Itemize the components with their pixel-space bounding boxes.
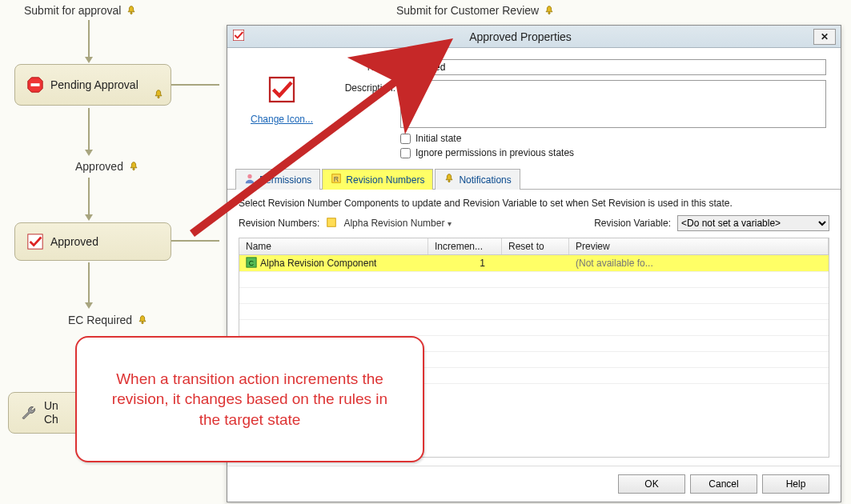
ignore-permissions-row[interactable]: Ignore permissions in previous states	[400, 147, 826, 158]
svg-rect-6	[28, 234, 42, 249]
stop-icon	[26, 76, 44, 94]
ignore-permissions-checkbox[interactable]	[400, 148, 411, 158]
check-icon	[232, 29, 245, 44]
transition-submit-customer: Submit for Customer Review	[396, 4, 555, 17]
transition-approved: Approved	[75, 160, 139, 173]
help-button[interactable]: Help	[762, 474, 829, 494]
ignore-permissions-label: Ignore permissions in previous states	[415, 147, 574, 158]
ok-button[interactable]: OK	[618, 474, 685, 494]
bell-icon	[128, 161, 139, 172]
bell-icon	[444, 173, 455, 186]
check-icon	[26, 233, 44, 250]
revision-icon	[326, 217, 337, 230]
bell-icon	[126, 5, 137, 16]
person-icon	[244, 173, 255, 186]
close-button[interactable]: ✕	[813, 29, 836, 45]
arrow-icon	[88, 20, 90, 62]
svg-point-7	[142, 322, 143, 323]
node-label: Pending Approval	[50, 78, 138, 92]
initial-state-checkbox[interactable]	[400, 134, 411, 144]
initial-state-label: Initial state	[415, 133, 461, 144]
svg-rect-14	[327, 218, 336, 226]
wrench-icon	[20, 404, 38, 422]
svg-text:C: C	[249, 258, 254, 266]
svg-point-5	[133, 168, 134, 170]
svg-point-10	[247, 174, 251, 178]
node-label: Approved	[50, 235, 98, 249]
workflow-node-approved[interactable]: Approved	[14, 222, 171, 261]
arrow-icon	[88, 108, 90, 154]
node-label: UnCh	[44, 399, 58, 426]
table-row[interactable]: C Alpha Revision Component 1 (Not availa…	[239, 255, 829, 271]
tab-permissions[interactable]: Permissions	[235, 169, 320, 190]
connector-icon	[171, 240, 219, 242]
svg-text:R: R	[334, 175, 339, 183]
arrow-icon	[88, 178, 90, 219]
col-reset[interactable]: Reset to	[502, 238, 569, 254]
component-icon: C	[246, 257, 257, 270]
transition-submit-approval: Submit for approval	[24, 4, 137, 17]
rev-numbers-dropdown[interactable]: Alpha Revision Number	[343, 218, 452, 229]
revision-icon: R	[331, 173, 342, 186]
dialog-titlebar: Approved Properties ✕	[227, 26, 841, 48]
instruction-text: Select Revision Number Components to upd…	[239, 198, 829, 209]
col-preview[interactable]: Preview	[569, 238, 829, 254]
arrow-icon	[88, 262, 90, 307]
svg-point-1	[548, 12, 550, 14]
change-icon-link[interactable]: Change Icon...	[251, 114, 313, 125]
rev-variable-select[interactable]: <Do not set a variable>	[677, 215, 829, 231]
cancel-button[interactable]: Cancel	[690, 474, 757, 494]
svg-point-13	[448, 180, 450, 182]
connector-icon	[171, 84, 219, 86]
name-label: Name:	[336, 59, 400, 73]
bell-icon	[153, 89, 164, 100]
col-increment[interactable]: Incremen...	[428, 238, 502, 254]
rev-variable-label: Revision Variable:	[594, 218, 671, 229]
state-icon	[266, 74, 298, 106]
description-label: Description:	[336, 80, 400, 94]
dialog-title: Approved Properties	[250, 30, 813, 43]
rev-numbers-label: Revision Numbers:	[239, 218, 319, 229]
name-input[interactable]	[400, 59, 826, 75]
svg-point-4	[158, 96, 159, 98]
transition-ec-required: EC Required	[68, 314, 148, 326]
col-name[interactable]: Name	[239, 238, 428, 254]
svg-rect-9	[270, 78, 294, 102]
tab-revision-numbers[interactable]: R Revision Numbers	[322, 169, 433, 190]
description-input[interactable]	[400, 80, 826, 128]
annotation-callout: When a transition action increments the …	[75, 336, 424, 462]
close-icon: ✕	[821, 31, 829, 42]
tab-notifications[interactable]: Notifications	[435, 169, 520, 190]
workflow-node-pending-approval[interactable]: Pending Approval	[14, 64, 171, 106]
svg-rect-3	[31, 83, 40, 86]
bell-icon	[544, 5, 555, 16]
svg-point-0	[130, 12, 132, 14]
bell-icon	[137, 314, 148, 326]
initial-state-row[interactable]: Initial state	[400, 133, 826, 144]
